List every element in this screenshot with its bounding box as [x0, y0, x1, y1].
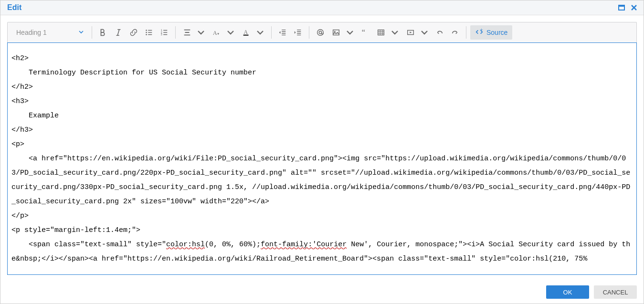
italic-button[interactable]	[111, 25, 126, 40]
font-size-button[interactable]: A▼	[209, 25, 223, 40]
separator	[175, 26, 176, 39]
window-controls	[618, 4, 638, 11]
separator	[309, 26, 309, 39]
table-button[interactable]	[373, 25, 388, 40]
svg-point-12	[317, 30, 324, 36]
svg-text:3: 3	[161, 33, 162, 36]
svg-point-3	[146, 32, 147, 33]
image-button[interactable]	[328, 25, 343, 40]
editor-area: Heading 1 123 A▼ A	[0, 15, 644, 282]
separator	[466, 26, 466, 39]
heading-label: Heading 1	[16, 29, 47, 36]
close-icon[interactable]	[630, 4, 638, 11]
chevron-down-icon[interactable]	[194, 25, 208, 40]
blockquote-button[interactable]: “	[358, 25, 372, 40]
link-button[interactable]	[127, 25, 141, 40]
cancel-button[interactable]: CANCEL	[594, 285, 637, 299]
dialog-footer: OK CANCEL	[0, 282, 644, 304]
separator	[92, 26, 92, 39]
maximize-icon[interactable]	[618, 4, 625, 11]
undo-button[interactable]	[433, 25, 447, 40]
chevron-down-icon[interactable]	[223, 25, 238, 40]
ok-button[interactable]: OK	[546, 285, 589, 299]
svg-rect-11	[243, 35, 249, 36]
bold-button[interactable]	[96, 25, 110, 40]
numbered-list-button[interactable]: 123	[157, 25, 171, 40]
source-label: Source	[486, 29, 507, 36]
chevron-down-icon[interactable]	[417, 25, 432, 40]
svg-point-2	[146, 30, 147, 31]
mention-button[interactable]	[313, 25, 327, 40]
edit-dialog: Edit Heading 1 123	[0, 0, 644, 304]
svg-point-19	[481, 29, 482, 30]
chevron-down-icon	[78, 29, 84, 36]
svg-rect-1	[619, 5, 624, 7]
dialog-header: Edit	[0, 0, 644, 15]
svg-rect-14	[333, 30, 339, 35]
align-button[interactable]	[179, 25, 194, 40]
toolbar: Heading 1 123 A▼ A	[7, 22, 637, 42]
font-color-button[interactable]: A	[239, 25, 253, 40]
source-textarea[interactable]: <h2> Terminology Description for US Soci…	[7, 42, 637, 275]
svg-text:“: “	[362, 28, 365, 37]
redo-button[interactable]	[448, 25, 462, 40]
svg-text:▼: ▼	[217, 32, 220, 35]
svg-point-4	[146, 34, 147, 35]
chevron-down-icon[interactable]	[388, 25, 402, 40]
heading-dropdown[interactable]: Heading 1	[11, 25, 88, 40]
outdent-button[interactable]	[275, 25, 290, 40]
indent-button[interactable]	[291, 25, 305, 40]
chevron-down-icon[interactable]	[253, 25, 267, 40]
svg-rect-17	[378, 30, 384, 35]
separator	[271, 26, 272, 39]
svg-point-13	[319, 31, 321, 33]
source-button[interactable]: Source	[470, 25, 512, 40]
dialog-title: Edit	[7, 3, 21, 12]
source-icon	[475, 28, 484, 38]
media-button[interactable]	[403, 25, 417, 40]
bullet-list-button[interactable]	[142, 25, 156, 40]
chevron-down-icon[interactable]	[343, 25, 357, 40]
svg-text:A: A	[244, 29, 248, 35]
